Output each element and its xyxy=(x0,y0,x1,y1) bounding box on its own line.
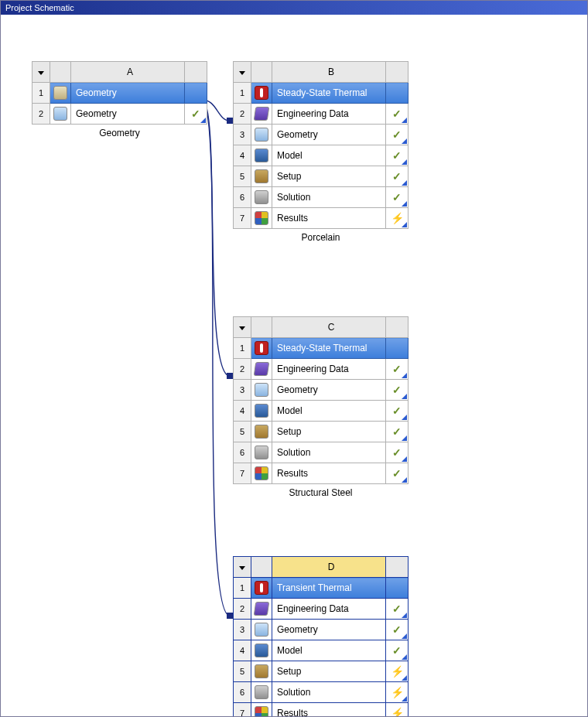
geom2-icon xyxy=(255,383,268,397)
expand-icon[interactable] xyxy=(402,394,407,399)
res-icon xyxy=(255,211,268,225)
row-label: Solution xyxy=(272,442,386,463)
system-row[interactable]: 7Results⚡ xyxy=(234,208,409,229)
expand-icon[interactable] xyxy=(402,696,407,702)
setup-icon xyxy=(255,664,268,678)
system-row[interactable]: 1Transient Thermal xyxy=(234,578,409,599)
system-caption[interactable]: Porcelain xyxy=(233,232,409,243)
system-row[interactable]: 2Engineering Data✓ xyxy=(234,104,409,125)
system-row[interactable]: 1Steady-State Thermal xyxy=(234,83,409,104)
therm-icon xyxy=(255,341,268,355)
row-number: 5 xyxy=(234,422,251,442)
expand-icon[interactable] xyxy=(402,435,407,441)
row-label: Geometry xyxy=(71,83,185,104)
row-number: 5 xyxy=(234,166,251,187)
expand-icon[interactable] xyxy=(402,118,407,123)
expand-icon[interactable] xyxy=(402,613,407,618)
row-label: Setup xyxy=(272,422,386,442)
dropdown-icon[interactable] xyxy=(239,566,245,570)
dropdown-icon[interactable] xyxy=(239,326,245,330)
expand-icon[interactable] xyxy=(402,222,407,227)
system-row[interactable]: 5Setup✓ xyxy=(234,166,409,187)
system-caption[interactable]: Structural Steel xyxy=(233,487,409,498)
system-d[interactable]: D1Transient Thermal2Engineering Data✓3Ge… xyxy=(233,556,409,717)
geometry-icon xyxy=(53,107,67,121)
system-letter: A xyxy=(71,62,185,83)
geom2-icon xyxy=(255,128,268,142)
system-row[interactable]: 7Results✓ xyxy=(234,463,409,484)
row-number: 4 xyxy=(234,640,251,661)
dropdown-icon[interactable] xyxy=(239,71,245,75)
system-row[interactable]: 2Engineering Data✓ xyxy=(234,359,409,380)
check-icon: ✓ xyxy=(392,644,402,657)
check-icon: ✓ xyxy=(392,446,402,459)
system-row[interactable]: 4Model✓ xyxy=(234,401,409,422)
system-c[interactable]: C1Steady-State Thermal2Engineering Data✓… xyxy=(233,316,409,498)
system-row[interactable]: 4Model✓ xyxy=(234,640,409,661)
system-row[interactable]: 7Results⚡ xyxy=(234,703,409,718)
expand-icon[interactable] xyxy=(402,415,407,420)
system-header[interactable]: C xyxy=(234,317,409,338)
row-label: Model xyxy=(272,640,386,661)
expand-icon[interactable] xyxy=(402,633,407,639)
res-icon xyxy=(255,706,268,717)
system-caption[interactable]: Geometry xyxy=(32,128,207,138)
system-row[interactable]: 6Solution✓ xyxy=(234,442,409,463)
row-label: Engineering Data xyxy=(272,359,386,380)
model-icon xyxy=(255,644,268,657)
system-row[interactable]: 1Steady-State Thermal xyxy=(234,338,409,359)
row-number: 3 xyxy=(234,620,251,640)
expand-icon[interactable] xyxy=(402,456,407,462)
system-a[interactable]: A 1 Geometry 2 Geometry ✓ Geometry xyxy=(32,61,207,138)
check-icon: ✓ xyxy=(392,170,402,183)
system-row[interactable]: 5Setup✓ xyxy=(234,422,409,442)
expand-icon[interactable] xyxy=(200,118,206,123)
expand-icon[interactable] xyxy=(402,201,407,207)
row-label: Setup xyxy=(272,166,386,187)
system-header[interactable]: A xyxy=(32,62,207,83)
system-row[interactable]: 2 Geometry ✓ xyxy=(32,104,207,125)
expand-icon[interactable] xyxy=(402,675,407,681)
system-b[interactable]: B1Steady-State Thermal2Engineering Data✓… xyxy=(233,61,409,243)
sol-icon xyxy=(255,685,268,699)
check-icon: ✓ xyxy=(392,128,402,141)
system-header[interactable]: B xyxy=(234,62,409,83)
expand-icon[interactable] xyxy=(402,477,407,483)
system-row[interactable]: 3Geometry✓ xyxy=(234,125,409,145)
expand-icon[interactable] xyxy=(402,373,407,378)
row-number: 2 xyxy=(234,104,251,125)
schematic-canvas[interactable]: A 1 Geometry 2 Geometry ✓ Geometry xyxy=(1,15,587,716)
row-number: 7 xyxy=(234,208,251,229)
setup-icon xyxy=(255,425,268,439)
system-row[interactable]: 6Solution⚡ xyxy=(234,682,409,703)
system-letter: C xyxy=(272,317,386,338)
check-icon: ✓ xyxy=(392,405,402,417)
sol-icon xyxy=(255,190,268,204)
row-number: 3 xyxy=(234,125,251,145)
row-label: Geometry xyxy=(272,380,386,401)
check-icon: ✓ xyxy=(392,363,402,375)
system-row[interactable]: 3Geometry✓ xyxy=(234,380,409,401)
row-label: Transient Thermal xyxy=(272,578,386,599)
system-letter: D xyxy=(272,557,386,578)
expand-icon[interactable] xyxy=(402,654,407,660)
system-header[interactable]: D xyxy=(234,557,409,578)
check-icon: ✓ xyxy=(392,623,402,636)
row-number: 6 xyxy=(234,442,251,463)
system-row[interactable]: 4Model✓ xyxy=(234,145,409,166)
expand-icon[interactable] xyxy=(402,180,407,186)
system-row[interactable]: 5Setup⚡ xyxy=(234,661,409,682)
system-row[interactable]: 6Solution✓ xyxy=(234,187,409,208)
geom2-icon xyxy=(255,623,268,637)
system-row[interactable]: 1 Geometry xyxy=(32,83,207,104)
port-in-d3 xyxy=(227,613,233,619)
check-icon: ✓ xyxy=(191,108,200,120)
row-label: Results xyxy=(272,208,386,229)
row-number: 1 xyxy=(234,83,251,104)
row-label: Steady-State Thermal xyxy=(272,83,386,104)
system-row[interactable]: 3Geometry✓ xyxy=(234,620,409,640)
system-row[interactable]: 2Engineering Data✓ xyxy=(234,599,409,620)
expand-icon[interactable] xyxy=(402,159,407,165)
dropdown-icon[interactable] xyxy=(38,71,44,75)
expand-icon[interactable] xyxy=(402,138,407,144)
